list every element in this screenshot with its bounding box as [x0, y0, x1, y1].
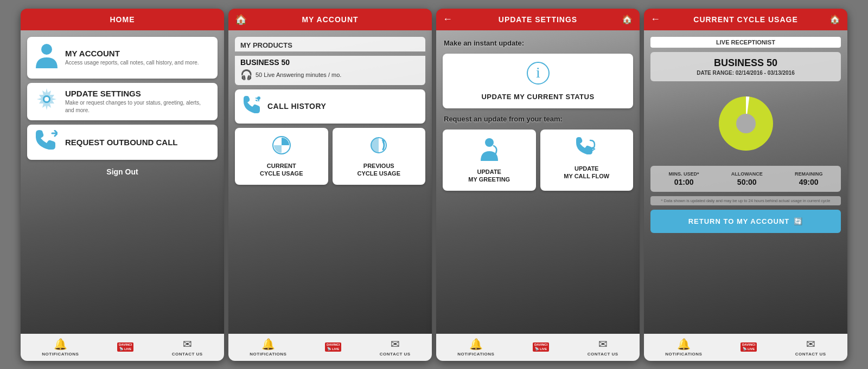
remaining-value: 49:00 [799, 178, 819, 186]
back-icon-3[interactable]: ← [443, 14, 453, 25]
usage-footnote: * Data shown is updated daily and may be… [650, 196, 841, 205]
footer-notifications-2[interactable]: 🔔 NOTIFICATIONS [250, 338, 286, 357]
mail-icon-3: ✉ [598, 338, 608, 351]
sign-out-link[interactable]: Sign Out [27, 164, 218, 179]
svg-point-3 [44, 97, 49, 101]
mail-icon-4: ✉ [806, 338, 815, 351]
headset-icon: 🎧 [240, 69, 252, 81]
return-to-account-btn[interactable]: RETURN TO MY ACCOUNT 🔄 [650, 210, 841, 233]
notifications-label-2: NOTIFICATIONS [250, 352, 286, 357]
current-cycle-btn[interactable]: CURRENTCYCLE USAGE [235, 128, 328, 185]
cycle-buttons-row: CURRENTCYCLE USAGE PREVIOUSCYCLE USAGE [235, 128, 425, 185]
back-icon-4[interactable]: ← [650, 14, 661, 25]
footer-contact-2[interactable]: ✉ CONTACT US [380, 338, 411, 357]
cycle-content: LIVE RECEPTIONIST BUSINESS 50 DATE RANGE… [644, 30, 847, 334]
footer-contact-3[interactable]: ✉ CONTACT US [588, 338, 618, 357]
footer-davinci-2[interactable]: DAVINCI 📡 LIVE [325, 342, 341, 351]
stat-remaining: REMAINING 49:00 [795, 171, 823, 186]
account-content: MY PRODUCTS BUSINESS 50 🎧 50 Live Answer… [228, 30, 432, 334]
settings-card-desc: Make or request changes to your status, … [65, 99, 210, 114]
greeting-icon [480, 137, 499, 165]
home-content: MY ACCOUNT Access usage reports, call no… [21, 30, 224, 334]
screen-update-settings: ← UPDATE SETTINGS 🏠 Make an instant upda… [436, 9, 640, 361]
contact-label-3: CONTACT US [588, 352, 618, 357]
call-flow-icon [576, 137, 597, 161]
account-card-desc: Access usage reports, call notes, call h… [65, 59, 199, 67]
bell-icon-2: 🔔 [261, 338, 275, 351]
stat-allowance: ALLOWANCE 50:00 [731, 171, 763, 186]
mins-used-label: MINS. USED* [669, 171, 699, 177]
home-icon-3[interactable]: 🏠 [622, 14, 633, 24]
mail-icon-2: ✉ [391, 338, 400, 351]
davinci-badge-3: DAVINCI 📡 LIVE [533, 342, 549, 351]
home-icon-left[interactable]: 🏠 [235, 14, 247, 25]
settings-icon [35, 88, 59, 115]
notifications-label-3: NOTIFICATIONS [457, 352, 494, 357]
outbound-card-title: REQUEST OUTBOUND CALL [65, 138, 178, 147]
screen-home: HOME MY ACCOUNT Access usage reports, ca… [21, 9, 224, 361]
product-detail: 🎧 50 Live Answering minutes / mo. [240, 69, 420, 81]
footer-contact-4[interactable]: ✉ CONTACT US [795, 338, 826, 357]
footer-contact[interactable]: ✉ CONTACT US [172, 338, 203, 357]
footer-davinci-3[interactable]: DAVINCI 📡 LIVE [533, 342, 549, 351]
update-header: ← UPDATE SETTINGS 🏠 [436, 9, 640, 30]
screens-container: HOME MY ACCOUNT Access usage reports, ca… [0, 0, 868, 369]
stat-mins-used: MINS. USED* 01:00 [669, 171, 699, 186]
pie-chart [713, 91, 778, 156]
current-cycle-icon [272, 135, 291, 159]
account-icon [35, 42, 59, 73]
cycle-header: ← CURRENT CYCLE USAGE 🏠 [644, 9, 847, 30]
usage-product-name: BUSINESS 50 [658, 57, 833, 69]
cycle-title: CURRENT CYCLE USAGE [693, 15, 797, 24]
davinci-badge-4: DAVINCI 📡 LIVE [741, 342, 757, 351]
allowance-value: 50:00 [737, 178, 757, 186]
team-update-row: UPDATEMY GREETING UPDATEMY CALL FLOW [443, 130, 633, 191]
account-card-title: MY ACCOUNT [65, 49, 199, 58]
status-icon: i [526, 61, 550, 89]
update-content: Make an instant update: i UPDATE MY CURR… [436, 30, 640, 334]
home-title: HOME [110, 15, 135, 24]
home-icon-4[interactable]: 🏠 [829, 14, 841, 24]
my-products-header: MY PRODUCTS [235, 37, 425, 51]
update-status-label: UPDATE MY CURRENT STATUS [481, 93, 594, 101]
svg-point-4 [257, 96, 260, 100]
svg-point-9 [485, 138, 494, 147]
call-history-btn[interactable]: CALL HISTORY [235, 89, 425, 124]
mail-icon: ✉ [183, 338, 192, 351]
svg-text:i: i [536, 64, 540, 81]
previous-cycle-label: PREVIOUSCYCLE USAGE [358, 162, 400, 178]
footer-notifications-3[interactable]: 🔔 NOTIFICATIONS [457, 338, 494, 357]
update-settings-card[interactable]: UPDATE SETTINGS Make or request changes … [27, 83, 218, 120]
my-account-title: MY ACCOUNT [302, 15, 358, 24]
svg-point-11 [736, 114, 756, 133]
previous-cycle-icon [369, 135, 388, 159]
notifications-label-4: NOTIFICATIONS [665, 352, 702, 357]
outbound-card[interactable]: REQUEST OUTBOUND CALL [27, 125, 218, 160]
usage-title-block: BUSINESS 50 DATE RANGE: 02/14/2016 - 03/… [650, 52, 841, 81]
my-products-sub: BUSINESS 50 🎧 50 Live Answering minutes … [235, 56, 425, 85]
remaining-label: REMAINING [795, 171, 823, 177]
product-name: BUSINESS 50 [240, 58, 420, 67]
update-greeting-btn[interactable]: UPDATEMY GREETING [443, 130, 536, 191]
footer-davinci[interactable]: DAVINCI 📡 LIVE [117, 342, 133, 351]
account-card-text: MY ACCOUNT Access usage reports, call no… [65, 49, 199, 67]
live-receptionist-tab[interactable]: LIVE RECEPTIONIST [650, 37, 841, 48]
update-footer: 🔔 NOTIFICATIONS DAVINCI 📡 LIVE ✉ CONTACT… [436, 334, 640, 361]
update-call-flow-label: UPDATEMY CALL FLOW [564, 165, 609, 180]
call-history-icon [242, 96, 262, 117]
update-status-btn[interactable]: i UPDATE MY CURRENT STATUS [443, 54, 633, 108]
mins-used-value: 01:00 [674, 178, 694, 186]
footer-notifications-4[interactable]: 🔔 NOTIFICATIONS [665, 338, 702, 357]
footer-notifications[interactable]: 🔔 NOTIFICATIONS [42, 338, 79, 357]
my-account-header: 🏠 MY ACCOUNT [228, 9, 432, 30]
screen-cycle-usage: ← CURRENT CYCLE USAGE 🏠 LIVE RECEPTIONIS… [644, 9, 847, 361]
refresh-icon: 🔄 [794, 217, 803, 225]
account-footer: 🔔 NOTIFICATIONS DAVINCI 📡 LIVE ✉ CONTACT… [228, 334, 432, 361]
my-account-card[interactable]: MY ACCOUNT Access usage reports, call no… [27, 37, 218, 79]
previous-cycle-btn[interactable]: PREVIOUSCYCLE USAGE [333, 128, 426, 185]
settings-card-text: UPDATE SETTINGS Make or request changes … [65, 89, 210, 114]
usage-date-range: DATE RANGE: 02/14/2016 - 03/13/2016 [658, 70, 833, 76]
footer-davinci-4[interactable]: DAVINCI 📡 LIVE [741, 342, 757, 351]
home-header: HOME [21, 9, 224, 30]
update-call-flow-btn[interactable]: UPDATEMY CALL FLOW [540, 130, 634, 191]
